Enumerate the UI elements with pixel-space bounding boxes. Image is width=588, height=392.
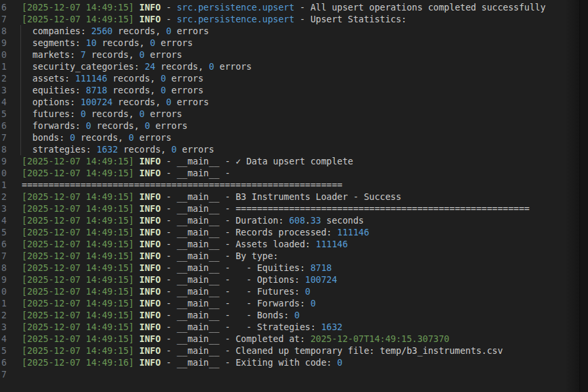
log-segment-tx: records, bbox=[91, 120, 145, 132]
log-segment-tx: records, bbox=[75, 132, 128, 143]
line-number: 1 bbox=[0, 61, 22, 72]
log-segment-tx: errors bbox=[172, 25, 209, 37]
log-segment-lv: INFO bbox=[139, 333, 161, 345]
log-segment-tx: security_categories: bbox=[22, 61, 145, 72]
line-number: 3 bbox=[0, 321, 22, 333]
log-line: 8 strategies: 1632 records, 0 errors bbox=[0, 143, 588, 155]
indent-guide bbox=[20, 72, 21, 84]
log-segment-nm: 608 bbox=[289, 214, 305, 226]
log-segment-tx bbox=[134, 250, 139, 262]
log-segment-lv: INFO bbox=[139, 309, 161, 321]
log-segment-nm: 0 bbox=[160, 72, 166, 84]
log-segment-nm: 33 bbox=[310, 214, 321, 226]
log-segment-lv: INFO bbox=[139, 297, 161, 309]
log-segment-tx: - bbox=[160, 1, 176, 13]
line-number: 4 bbox=[0, 96, 22, 108]
line-number: 2 bbox=[0, 191, 22, 203]
line-number: 5 bbox=[0, 226, 22, 238]
line-number: 6 bbox=[0, 238, 22, 250]
log-line: 5 futures: 0 records, 0 errors bbox=[0, 108, 588, 120]
log-segment-ts: [2025-12-07 14:49:15] bbox=[22, 203, 134, 214]
log-line: 1 security_categories: 24 records, 0 err… bbox=[0, 61, 588, 72]
log-segment-ts: [2025-12-07 14:49:15] bbox=[22, 333, 134, 345]
log-segment-nm: 0 bbox=[166, 96, 171, 108]
log-segment-tx: records, bbox=[155, 61, 208, 72]
line-number: 6 bbox=[0, 356, 22, 368]
log-segment-tx bbox=[134, 309, 139, 321]
log-segment-tx: - Upsert Statistics: bbox=[295, 13, 407, 25]
log-segment-nm: 0 bbox=[166, 25, 171, 37]
log-segment-ts: [2025-12-07 14:49:15] bbox=[22, 285, 134, 297]
log-segment-tx: futures: bbox=[22, 108, 80, 120]
log-segment-nm: 0 bbox=[172, 143, 177, 155]
line-number: 5 bbox=[0, 108, 22, 120]
indent-guide bbox=[20, 96, 21, 108]
line-number: 7 bbox=[0, 13, 22, 25]
log-segment-lv: INFO bbox=[139, 214, 161, 226]
log-segment-tx: records, bbox=[107, 84, 160, 96]
log-segment-tx: records, bbox=[86, 108, 139, 120]
log-segment-ts: [2025-12-07 14:49:15] bbox=[22, 1, 134, 13]
log-line: 3 equities: 8718 records, 0 errors bbox=[0, 84, 588, 96]
log-segment-nm: 0 bbox=[145, 120, 150, 132]
log-segment-tx: - bbox=[160, 13, 176, 25]
log-segment-nm: 24 bbox=[145, 61, 155, 72]
log-segment-ts: [2025-12-07 14:49:15] bbox=[22, 13, 134, 25]
log-segment-lv: INFO bbox=[139, 285, 161, 297]
log-segment-lv: INFO bbox=[139, 155, 161, 167]
log-segment-tx bbox=[134, 155, 139, 167]
log-segment-tx: errors bbox=[214, 61, 252, 72]
indent-guide bbox=[20, 143, 21, 155]
log-line: 9[2025-12-07 14:49:15] INFO - __main__ -… bbox=[0, 155, 588, 167]
log-line: 6[2025-12-07 14:49:15] INFO - src.persis… bbox=[0, 1, 588, 13]
log-segment-tx: - __main__ - B3 Instruments Loader - Suc… bbox=[160, 191, 401, 203]
log-segment-tx: - __main__ - By type: bbox=[160, 250, 278, 262]
log-segment-nm: 0 bbox=[310, 297, 316, 309]
log-segment-tx: - __main__ - - Equities: bbox=[160, 262, 310, 274]
scrollbar-track[interactable] bbox=[579, 0, 588, 392]
log-line: 7[2025-12-07 14:49:15] INFO - __main__ -… bbox=[0, 250, 588, 262]
log-segment-tx bbox=[134, 321, 139, 333]
log-segment-nm: 2560 bbox=[91, 25, 113, 37]
log-segment-tx: - __main__ - Assets loaded: bbox=[160, 238, 316, 250]
log-segment-tx bbox=[134, 297, 139, 309]
log-segment-ts: [2025-12-07 14:49:15] bbox=[22, 274, 134, 285]
log-line: 8[2025-12-07 14:49:15] INFO - __main__ -… bbox=[0, 262, 588, 274]
line-number: 0 bbox=[0, 167, 22, 179]
log-segment-tx: options: bbox=[22, 96, 80, 108]
log-line: 9 segments: 10 records, 0 errors bbox=[0, 37, 588, 49]
log-segment-tx: ========================================… bbox=[235, 203, 529, 214]
log-segment-tx: errors bbox=[134, 132, 172, 143]
log-segment-nm: 0 bbox=[295, 309, 300, 321]
line-number: 4 bbox=[0, 214, 22, 226]
line-number: 7 bbox=[0, 368, 22, 380]
indent-guide bbox=[20, 37, 21, 49]
line-number: 1 bbox=[0, 179, 22, 191]
line-number: 4 bbox=[0, 333, 22, 345]
log-segment-ts: [2025-12-07 14:49:16] bbox=[22, 356, 134, 368]
log-segment-ts: [2025-12-07 14:49:15] bbox=[22, 214, 134, 226]
line-number: 0 bbox=[0, 49, 22, 61]
log-segment-lv: INFO bbox=[139, 238, 161, 250]
log-segment-tx: - __main__ - Duration: bbox=[160, 214, 289, 226]
log-segment-nm: 0 bbox=[86, 120, 91, 132]
indent-guide bbox=[20, 61, 21, 72]
log-segment-tx: ========================================… bbox=[22, 179, 343, 191]
log-segment-tx: errors bbox=[150, 120, 187, 132]
log-segment-tx: records, bbox=[112, 25, 166, 37]
log-line: 3[2025-12-07 14:49:15] INFO - __main__ -… bbox=[0, 203, 588, 214]
log-line: 3[2025-12-07 14:49:15] INFO - __main__ -… bbox=[0, 321, 588, 333]
log-segment-nm: 0 bbox=[160, 84, 166, 96]
log-segment-nm: 1632 bbox=[97, 143, 118, 155]
log-segment-tx: assets: bbox=[22, 72, 75, 84]
log-line: 4[2025-12-07 14:49:15] INFO - __main__ -… bbox=[0, 333, 588, 345]
log-line: 0[2025-12-07 14:49:15] INFO - __main__ - bbox=[0, 167, 588, 179]
log-segment-ts: [2025-12-07 14:49:15] bbox=[22, 262, 134, 274]
log-editor-area[interactable]: 6[2025-12-07 14:49:15] INFO - src.persis… bbox=[0, 0, 588, 392]
log-segment-tx: - __main__ - Records processed: bbox=[160, 226, 337, 238]
log-line: 1[2025-12-07 14:49:15] INFO - __main__ -… bbox=[0, 297, 588, 309]
log-segment-tx: - __main__ - - Forwards: bbox=[160, 297, 310, 309]
indent-guide bbox=[20, 108, 21, 120]
line-number: 8 bbox=[0, 143, 22, 155]
log-segment-nm: 111146 bbox=[75, 72, 107, 84]
